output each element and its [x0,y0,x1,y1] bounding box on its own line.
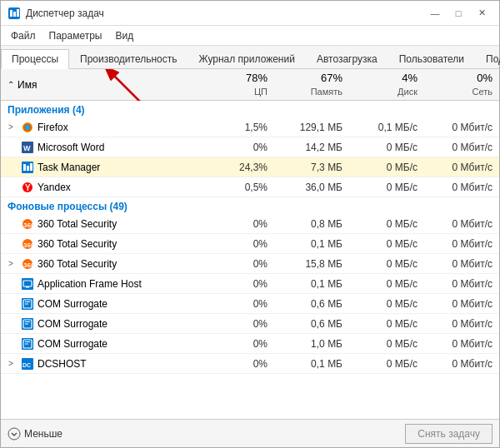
proc-net-val: 0 Мбит/с [424,122,499,133]
svg-rect-2 [13,12,16,17]
table-row[interactable]: Application Frame Host0%0,1 МБ0 МБ/с0 Мб… [1,274,499,294]
proc-net-val: 0 Мбит/с [424,358,499,370]
col-net-header[interactable]: 0% Сеть [424,70,499,99]
table-row[interactable]: 360360 Total Security0%0,8 МБ0 МБ/с0 Мби… [1,214,499,234]
proc-name-cell: 360360 Total Security [1,217,199,231]
col-disk-header[interactable]: 4% Диск [349,70,424,99]
less-button[interactable]: Меньше [8,427,62,441]
proc-mem-val: 14,2 МБ [274,142,349,153]
tab-performance[interactable]: Производительность [69,49,188,68]
proc-disk-val: 0 МБ/с [349,218,424,230]
menu-view[interactable]: Вид [108,28,140,43]
proc-disk-val: 0 МБ/с [349,338,424,350]
tab-applog[interactable]: Журнал приложений [188,49,306,68]
proc-mem-val: 129,1 МБ [274,122,349,133]
proc-name-cell: Task Manager [1,161,199,174]
proc-name-cell: 360360 Total Security [1,237,199,251]
end-task-button[interactable]: Снять задачу [405,424,492,444]
proc-disk-val: 0 МБ/с [349,238,424,250]
proc-disk-val: 0 МБ/с [349,142,424,153]
table-row[interactable]: >360360 Total Security0%15,8 МБ0 МБ/с0 М… [1,254,499,274]
proc-name-label: Application Frame Host [38,278,142,290]
proc-cpu-val: 0% [199,278,274,290]
col-name-header[interactable]: ⌃ Имя [1,76,199,94]
col-name-chevron: ⌃ [8,80,14,89]
proc-disk-val: 0 МБ/с [349,318,424,330]
table-row[interactable]: >DCDCSHOST0%0,1 МБ0 МБ/с0 Мбит/с [1,354,499,374]
com-icon [21,337,34,351]
proc-cpu-val: 0% [199,298,274,310]
proc-name-cell: COM Surrogate [1,337,199,351]
proc-cpu-val: 0% [199,142,274,153]
svg-rect-32 [25,323,28,324]
table-row[interactable]: COM Surrogate0%0,6 МБ0 МБ/с0 Мбит/с [1,314,499,334]
table-row[interactable]: WMicrosoft Word0%14,2 МБ0 МБ/с0 Мбит/с [1,137,499,157]
table-row[interactable]: >Firefox1,5%129,1 МБ0,1 МБ/с0 Мбит/с [1,117,499,137]
content-area: ⌃ Имя 78% ЦП 67% Память 4% Диск 0% Сеть … [1,69,499,419]
proc-net-val: 0 Мбит/с [424,298,499,310]
proc-name-label: Yandex [38,182,71,193]
proc-net-val: 0 Мбит/с [424,142,499,153]
col-mem-header[interactable]: 67% Память [274,70,349,99]
minimize-button[interactable]: — [424,5,446,22]
proc-cpu-val: 0% [199,338,274,350]
svg-point-39 [8,428,20,440]
menu-params[interactable]: Параметры [42,28,109,43]
proc-cpu-val: 0% [199,238,274,250]
expand-chevron-icon[interactable]: > [4,122,18,132]
svg-text:360: 360 [23,241,33,249]
svg-rect-28 [25,303,28,304]
svg-text:360: 360 [23,222,33,229]
process-list[interactable]: Приложения (4)>Firefox1,5%129,1 МБ0,1 МБ… [1,101,499,419]
svg-rect-13 [30,163,32,171]
tab-users[interactable]: Пользователи [388,49,475,68]
svg-rect-1 [10,10,12,17]
proc-name-cell: >DCDCSHOST [1,357,199,371]
end-task-area: Снять задачу [405,424,492,444]
table-header: ⌃ Имя 78% ЦП 67% Память 4% Диск 0% Сеть [1,69,499,101]
proc-net-val: 0 Мбит/с [424,338,499,350]
proc-disk-val: 0 МБ/с [349,298,424,310]
proc-name-label: DCSHOST [38,358,87,370]
table-row[interactable]: 360360 Total Security0%0,1 МБ0 МБ/с0 Мби… [1,234,499,254]
proc-mem-val: 7,3 МБ [274,162,349,173]
table-row[interactable]: Task Manager24,3%7,3 МБ0 МБ/с0 Мбит/с [1,157,499,177]
table-row[interactable]: COM Surrogate0%0,6 МБ0 МБ/с0 Мбит/с [1,294,499,314]
tab-details[interactable]: Подробности [475,49,500,68]
svg-rect-12 [27,166,29,171]
close-button[interactable]: ✕ [471,5,492,22]
net-pct: 0% [431,72,492,86]
proc-name-label: COM Surrogate [38,338,108,350]
app-icon [8,7,21,20]
proc-name-label: COM Surrogate [38,318,108,330]
yandex-icon: Y [21,181,34,194]
proc-cpu-val: 24,3% [199,162,274,173]
proc-name-label: 360 Total Security [38,258,117,270]
menu-bar: Файл Параметры Вид [1,26,499,46]
expand-chevron-icon[interactable]: > [4,359,18,368]
svg-rect-27 [25,301,30,302]
col-cpu-header[interactable]: 78% ЦП [199,70,274,99]
svg-rect-11 [23,164,26,171]
maximize-button[interactable]: □ [448,5,469,22]
title-bar-left: Диспетчер задач [8,7,104,20]
proc-cpu-val: 0,5% [199,182,274,193]
tab-autostart[interactable]: Автозагрузка [306,49,388,68]
tab-processes[interactable]: Процессы [1,49,69,69]
proc-cpu-val: 0% [199,218,274,230]
window-title: Диспетчер задач [26,7,104,19]
proc-cpu-val: 0% [199,318,274,330]
menu-file[interactable]: Файл [4,28,42,43]
mem-label: Память [281,86,342,97]
svg-text:360: 360 [23,261,33,269]
table-row[interactable]: YYandex0,5%36,0 МБ0 МБ/с0 Мбит/с [1,177,499,197]
expand-chevron-icon[interactable]: > [4,259,18,268]
svg-rect-36 [25,343,28,344]
proc-name-cell: COM Surrogate [1,317,199,331]
proc-disk-val: 0,1 МБ/с [349,122,424,133]
table-row[interactable]: COM Surrogate0%1,0 МБ0 МБ/с0 Мбит/с [1,334,499,354]
proc-name-cell: >Firefox [1,121,199,134]
proc-name-cell: WMicrosoft Word [1,141,199,154]
proc-name-cell: COM Surrogate [1,297,199,311]
disk-pct: 4% [356,72,418,86]
